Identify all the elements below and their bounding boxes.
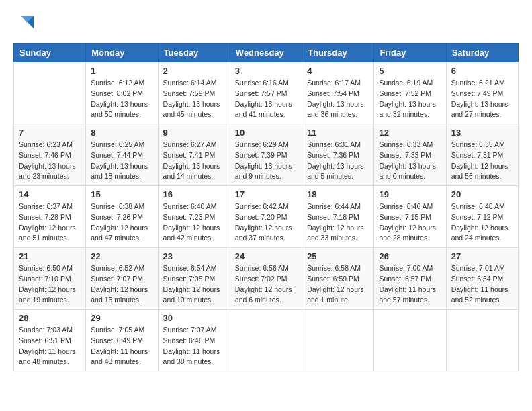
day-info: Sunrise: 6:31 AMSunset: 7:36 PMDaylight:… [307, 140, 369, 182]
calendar-table: SundayMondayTuesdayWednesdayThursdayFrid… [13, 43, 519, 371]
day-number: 8 [91, 128, 152, 138]
calendar-cell [302, 310, 374, 371]
calendar-week-5: 28Sunrise: 7:03 AMSunset: 6:51 PMDayligh… [14, 310, 519, 371]
day-info: Sunrise: 6:37 AMSunset: 7:28 PMDaylight:… [19, 201, 81, 244]
calendar-cell: 12Sunrise: 6:33 AMSunset: 7:33 PMDayligh… [374, 124, 446, 186]
page-header [13, 13, 519, 32]
calendar-cell: 22Sunrise: 6:52 AMSunset: 7:07 PMDayligh… [86, 248, 158, 310]
day-info: Sunrise: 6:19 AMSunset: 7:52 PMDaylight:… [379, 78, 441, 120]
calendar-cell [14, 62, 86, 124]
day-number: 15 [91, 189, 152, 199]
day-number: 29 [91, 313, 152, 323]
calendar-cell: 15Sunrise: 6:38 AMSunset: 7:26 PMDayligh… [86, 186, 158, 248]
calendar-cell: 18Sunrise: 6:44 AMSunset: 7:18 PMDayligh… [302, 186, 374, 248]
calendar-cell: 29Sunrise: 7:05 AMSunset: 6:49 PMDayligh… [86, 310, 158, 371]
calendar-dow-thursday: Thursday [302, 44, 374, 62]
day-number: 7 [19, 128, 81, 138]
day-info: Sunrise: 7:05 AMSunset: 6:49 PMDaylight:… [91, 325, 152, 367]
calendar-cell: 6Sunrise: 6:21 AMSunset: 7:49 PMDaylight… [446, 62, 518, 124]
day-number: 30 [163, 313, 225, 323]
calendar-cell: 3Sunrise: 6:16 AMSunset: 7:57 PMDaylight… [230, 62, 302, 124]
day-info: Sunrise: 6:21 AMSunset: 7:49 PMDaylight:… [451, 78, 513, 120]
day-info: Sunrise: 6:12 AMSunset: 8:02 PMDaylight:… [91, 78, 152, 120]
day-info: Sunrise: 6:46 AMSunset: 7:15 PMDaylight:… [379, 201, 441, 244]
calendar-cell: 20Sunrise: 6:48 AMSunset: 7:12 PMDayligh… [446, 186, 518, 248]
day-number: 12 [379, 128, 441, 138]
calendar-dow-wednesday: Wednesday [230, 44, 302, 62]
day-number: 16 [163, 189, 225, 199]
calendar-cell: 24Sunrise: 6:56 AMSunset: 7:02 PMDayligh… [230, 248, 302, 310]
day-info: Sunrise: 6:23 AMSunset: 7:46 PMDaylight:… [19, 140, 81, 182]
calendar-week-2: 7Sunrise: 6:23 AMSunset: 7:46 PMDaylight… [14, 124, 519, 186]
calendar-dow-tuesday: Tuesday [158, 44, 230, 62]
day-info: Sunrise: 6:29 AMSunset: 7:39 PMDaylight:… [235, 140, 297, 182]
day-info: Sunrise: 6:40 AMSunset: 7:23 PMDaylight:… [163, 201, 225, 244]
calendar-cell: 28Sunrise: 7:03 AMSunset: 6:51 PMDayligh… [14, 310, 86, 371]
day-info: Sunrise: 6:17 AMSunset: 7:54 PMDaylight:… [307, 78, 369, 120]
day-number: 1 [91, 66, 152, 76]
day-number: 28 [19, 313, 81, 323]
logo [13, 13, 34, 32]
day-number: 21 [19, 251, 81, 261]
day-number: 18 [307, 189, 369, 199]
day-info: Sunrise: 6:38 AMSunset: 7:26 PMDaylight:… [91, 201, 152, 244]
calendar-cell: 19Sunrise: 6:46 AMSunset: 7:15 PMDayligh… [374, 186, 446, 248]
calendar-cell: 27Sunrise: 7:01 AMSunset: 6:54 PMDayligh… [446, 248, 518, 310]
day-number: 22 [91, 251, 152, 261]
day-number: 26 [379, 251, 441, 261]
day-number: 13 [451, 128, 513, 138]
calendar-cell: 23Sunrise: 6:54 AMSunset: 7:05 PMDayligh… [158, 248, 230, 310]
day-info: Sunrise: 7:07 AMSunset: 6:46 PMDaylight:… [163, 325, 225, 367]
logo-icon [15, 13, 34, 32]
calendar-cell: 16Sunrise: 6:40 AMSunset: 7:23 PMDayligh… [158, 186, 230, 248]
calendar-cell: 5Sunrise: 6:19 AMSunset: 7:52 PMDaylight… [374, 62, 446, 124]
day-number: 14 [19, 189, 81, 199]
calendar-cell [446, 310, 518, 371]
day-number: 5 [379, 66, 441, 76]
calendar-cell: 11Sunrise: 6:31 AMSunset: 7:36 PMDayligh… [302, 124, 374, 186]
calendar-cell: 30Sunrise: 7:07 AMSunset: 6:46 PMDayligh… [158, 310, 230, 371]
day-number: 23 [163, 251, 225, 261]
calendar-header-row: SundayMondayTuesdayWednesdayThursdayFrid… [14, 44, 519, 62]
day-number: 27 [451, 251, 513, 261]
calendar-dow-sunday: Sunday [14, 44, 86, 62]
calendar-cell: 13Sunrise: 6:35 AMSunset: 7:31 PMDayligh… [446, 124, 518, 186]
day-number: 20 [451, 189, 513, 199]
calendar-week-1: 1Sunrise: 6:12 AMSunset: 8:02 PMDaylight… [14, 62, 519, 124]
day-info: Sunrise: 7:00 AMSunset: 6:57 PMDaylight:… [379, 263, 441, 306]
day-number: 11 [307, 128, 369, 138]
day-number: 10 [235, 128, 297, 138]
day-info: Sunrise: 7:03 AMSunset: 6:51 PMDaylight:… [19, 325, 81, 367]
day-number: 17 [235, 189, 297, 199]
day-info: Sunrise: 7:01 AMSunset: 6:54 PMDaylight:… [451, 263, 513, 306]
calendar-cell: 1Sunrise: 6:12 AMSunset: 8:02 PMDaylight… [86, 62, 158, 124]
day-number: 6 [451, 66, 513, 76]
day-info: Sunrise: 6:25 AMSunset: 7:44 PMDaylight:… [91, 140, 152, 182]
day-info: Sunrise: 6:16 AMSunset: 7:57 PMDaylight:… [235, 78, 297, 120]
day-number: 3 [235, 66, 297, 76]
day-info: Sunrise: 6:35 AMSunset: 7:31 PMDaylight:… [451, 140, 513, 182]
day-info: Sunrise: 6:48 AMSunset: 7:12 PMDaylight:… [451, 201, 513, 244]
day-info: Sunrise: 6:27 AMSunset: 7:41 PMDaylight:… [163, 140, 225, 182]
calendar-cell: 8Sunrise: 6:25 AMSunset: 7:44 PMDaylight… [86, 124, 158, 186]
calendar-cell: 7Sunrise: 6:23 AMSunset: 7:46 PMDaylight… [14, 124, 86, 186]
calendar-cell: 17Sunrise: 6:42 AMSunset: 7:20 PMDayligh… [230, 186, 302, 248]
calendar-cell [374, 310, 446, 371]
day-number: 4 [307, 66, 369, 76]
day-number: 2 [163, 66, 225, 76]
day-info: Sunrise: 6:54 AMSunset: 7:05 PMDaylight:… [163, 263, 225, 306]
day-number: 24 [235, 251, 297, 261]
calendar-week-4: 21Sunrise: 6:50 AMSunset: 7:10 PMDayligh… [14, 248, 519, 310]
calendar-cell [230, 310, 302, 371]
calendar-dow-saturday: Saturday [446, 44, 518, 62]
calendar-cell: 10Sunrise: 6:29 AMSunset: 7:39 PMDayligh… [230, 124, 302, 186]
day-number: 25 [307, 251, 369, 261]
calendar-week-3: 14Sunrise: 6:37 AMSunset: 7:28 PMDayligh… [14, 186, 519, 248]
day-info: Sunrise: 6:56 AMSunset: 7:02 PMDaylight:… [235, 263, 297, 306]
day-info: Sunrise: 6:33 AMSunset: 7:33 PMDaylight:… [379, 140, 441, 182]
day-info: Sunrise: 6:14 AMSunset: 7:59 PMDaylight:… [163, 78, 225, 120]
day-info: Sunrise: 6:50 AMSunset: 7:10 PMDaylight:… [19, 263, 81, 306]
day-info: Sunrise: 6:52 AMSunset: 7:07 PMDaylight:… [91, 263, 152, 306]
calendar-cell: 14Sunrise: 6:37 AMSunset: 7:28 PMDayligh… [14, 186, 86, 248]
day-info: Sunrise: 6:58 AMSunset: 6:59 PMDaylight:… [307, 263, 369, 306]
